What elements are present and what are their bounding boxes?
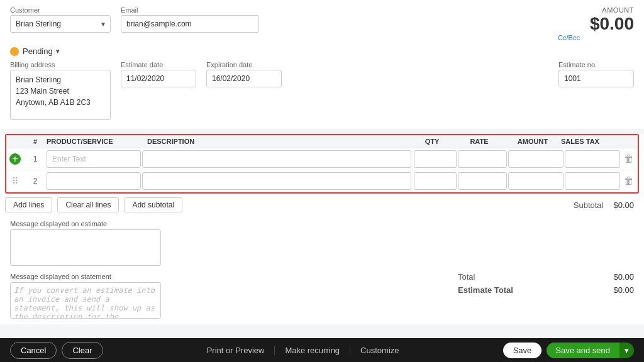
drag-handle[interactable]: ⠿ — [6, 176, 24, 186]
estimate-date-group: Estimate date — [121, 61, 196, 120]
qty-input-2[interactable] — [414, 172, 457, 190]
customer-select-wrapper: Brian Sterling ▼ — [10, 15, 111, 33]
form-area: Customer Brian Sterling ▼ Email Cc/Bcc A… — [0, 0, 644, 129]
col-product-header: PRODUCT/SERVICE — [47, 138, 147, 145]
estimate-message-textarea[interactable] — [10, 229, 161, 266]
estimate-date-input[interactable] — [121, 70, 196, 87]
make-recurring-link[interactable]: Make recurring — [275, 346, 350, 355]
billing-label: Billing address — [10, 61, 111, 69]
billing-address-text: Brian Sterling123 Main StreetAnytown, AB… — [16, 75, 91, 107]
customer-group: Customer Brian Sterling ▼ — [10, 6, 111, 33]
table-area: # PRODUCT/SERVICE DESCRIPTION QTY RATE A… — [0, 134, 644, 216]
estimate-total-label: Estimate Total — [458, 285, 513, 295]
save-send-more-button[interactable]: ▾ — [619, 343, 634, 358]
rate-input-2[interactable] — [458, 172, 507, 190]
print-preview-link[interactable]: Print or Preview — [197, 346, 275, 355]
subtotal-value: $0.00 — [613, 200, 634, 210]
col-qty-header: QTY — [410, 138, 454, 145]
estimate-total-row: Estimate Total $0.00 — [458, 283, 634, 297]
amount-label: AMOUNT — [590, 6, 634, 14]
bottom-area: Message displayed on estimate Message di… — [0, 216, 644, 324]
statement-message-textarea[interactable]: If you convert an estimate into an invoi… — [10, 282, 161, 319]
estimate-no-group: Estimate no. — [558, 61, 634, 120]
salestax-input-1[interactable] — [565, 150, 620, 168]
add-row-icon[interactable]: + — [9, 153, 21, 165]
clear-all-lines-button[interactable]: Clear all lines — [57, 197, 119, 212]
billing-section: Billing address Brian Sterling123 Main S… — [10, 61, 634, 120]
cancel-button[interactable]: Cancel — [10, 342, 57, 359]
status-dot-icon — [10, 47, 19, 56]
save-send-group: Save and send ▾ — [547, 343, 634, 358]
estimate-date-label: Estimate date — [121, 61, 196, 69]
amount-input-2[interactable] — [508, 172, 564, 190]
customize-link[interactable]: Customize — [350, 346, 409, 355]
cc-bcc-link[interactable]: Cc/Bcc — [121, 34, 580, 41]
product-service-input-2[interactable] — [47, 172, 141, 190]
expiration-date-group: Expiration date — [206, 61, 282, 120]
email-input[interactable] — [121, 15, 259, 33]
footer-center: Print or Preview Make recurring Customiz… — [103, 346, 503, 355]
delete-row-2-button[interactable]: 🗑 — [620, 175, 638, 187]
status-label: Pending — [23, 47, 53, 56]
statement-message-label: Message displayed on statement — [10, 273, 448, 280]
estimate-total-value: $0.00 — [596, 285, 634, 295]
add-row-button[interactable]: + — [6, 153, 24, 165]
table-actions: Add lines Clear all lines Add subtotal S… — [0, 194, 644, 216]
delete-row-1-button[interactable]: 🗑 — [620, 153, 638, 165]
total-row: Total $0.00 — [458, 270, 634, 283]
estimate-no-label: Estimate no. — [558, 61, 634, 69]
table-row: ⠿ 2 🗑 — [6, 170, 638, 192]
product-service-input-1[interactable] — [47, 150, 141, 168]
add-lines-button[interactable]: Add lines — [5, 197, 52, 212]
description-input-2[interactable] — [142, 172, 411, 190]
footer: Cancel Clear Print or Preview Make recur… — [0, 338, 644, 362]
amount-value: $0.00 — [590, 14, 634, 34]
col-amount-header: AMOUNT — [504, 138, 561, 145]
status-arrow-icon: ▼ — [55, 48, 61, 55]
rate-input-1[interactable] — [458, 150, 507, 168]
messages-area: Message displayed on estimate Message di… — [10, 220, 448, 321]
amount-input-1[interactable] — [508, 150, 564, 168]
row-num-1: 1 — [24, 155, 47, 163]
clear-button[interactable]: Clear — [62, 342, 103, 359]
email-group: Email Cc/Bcc — [121, 6, 580, 41]
amount-block: AMOUNT $0.00 — [590, 6, 634, 34]
salestax-input-2[interactable] — [565, 172, 620, 190]
description-input-1[interactable] — [142, 150, 411, 168]
table-header: # PRODUCT/SERVICE DESCRIPTION QTY RATE A… — [6, 135, 638, 148]
billing-address-group: Billing address Brian Sterling123 Main S… — [10, 61, 111, 120]
save-button[interactable]: Save — [503, 343, 542, 358]
table-row: + 1 🗑 — [6, 148, 638, 170]
col-rate-header: RATE — [454, 138, 504, 145]
expiration-date-input[interactable] — [206, 70, 282, 87]
add-subtotal-button[interactable]: Add subtotal — [124, 197, 182, 212]
col-desc-header: DESCRIPTION — [147, 138, 410, 145]
email-label: Email — [121, 6, 580, 14]
footer-right: Save Save and send ▾ — [503, 343, 634, 358]
customer-select[interactable]: Brian Sterling — [10, 15, 111, 33]
customer-label: Customer — [10, 6, 111, 14]
total-value: $0.00 — [596, 272, 634, 282]
row-num-2: 2 — [24, 177, 47, 185]
billing-address-box: Brian Sterling123 Main StreetAnytown, AB… — [10, 70, 111, 120]
status-row: Pending ▼ — [10, 47, 634, 56]
page-wrapper: Customer Brian Sterling ▼ Email Cc/Bcc A… — [0, 0, 644, 362]
col-num-header: # — [24, 138, 47, 145]
line-items-table: # PRODUCT/SERVICE DESCRIPTION QTY RATE A… — [5, 134, 639, 194]
status-button[interactable]: Pending ▼ — [23, 47, 61, 56]
estimate-message-label: Message displayed on estimate — [10, 220, 448, 228]
totals-area: Total $0.00 Estimate Total $0.00 — [458, 220, 634, 321]
top-row: Customer Brian Sterling ▼ Email Cc/Bcc A… — [10, 6, 634, 41]
total-label: Total — [458, 272, 475, 282]
save-and-send-button[interactable]: Save and send — [547, 343, 619, 358]
estimate-no-input[interactable] — [558, 70, 634, 87]
expiration-date-label: Expiration date — [206, 61, 282, 69]
qty-input-1[interactable] — [414, 150, 457, 168]
footer-left: Cancel Clear — [10, 342, 103, 359]
subtotal-label: Subtotal — [574, 200, 604, 210]
col-salestax-header: SALES TAX — [561, 138, 618, 145]
